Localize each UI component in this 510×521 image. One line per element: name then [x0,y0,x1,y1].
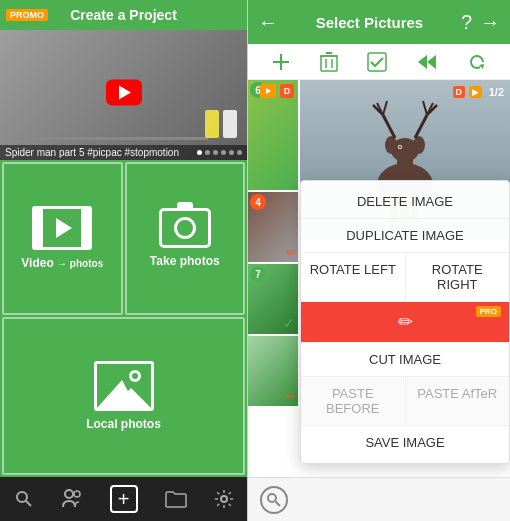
video-to-photos-option[interactable]: Video → photos [2,162,123,315]
promo-badge: PROMO [6,9,48,21]
camera-lens [174,217,196,239]
strip-item-4[interactable]: ✏ [248,336,298,406]
take-photos-option[interactable]: Take photos [125,162,246,315]
svg-point-20 [385,136,397,154]
cut-image-item[interactable]: CUT IMAGE [301,343,509,377]
context-menu: DELETE IMAGE DUPLICATE IMAGE ROTATE LEFT… [300,180,510,464]
play-button[interactable] [106,79,142,105]
sun-shape [129,370,141,382]
dot-4 [221,150,226,155]
d-badge: D [280,84,294,98]
local-photos-option[interactable]: Local photos [2,317,245,476]
search-footer-btn[interactable] [260,486,288,514]
dot-5 [229,150,234,155]
people-footer-icon[interactable] [61,489,83,509]
dot-1 [197,150,202,155]
rotate-row: ROTATE LEFT ROTATE RIGHT [301,253,509,302]
svg-point-0 [17,492,27,502]
badge-4: 4 [250,194,266,210]
edit-icon-2: ✏ [286,246,296,260]
svg-point-4 [221,496,227,502]
svg-line-25 [383,101,387,115]
table-element [10,137,208,140]
camera-icon [159,208,211,248]
right-panel: ← Select Pictures ? → 6 D [248,0,510,521]
d-icon: D [453,86,466,98]
play-badge [260,84,276,98]
svg-line-29 [423,101,427,115]
dot-2 [205,150,210,155]
rotate-right-item[interactable]: ROTATE RIGHT [406,253,510,301]
image-strip: 6 D 4 ✏ 7 ✓ ✏ [248,80,300,477]
svg-line-22 [383,115,395,138]
svg-marker-13 [427,55,436,69]
svg-marker-14 [418,55,427,69]
pro-badge: PRO [476,306,501,317]
paste-before-btn[interactable]: PASTE BEFORE [301,377,405,425]
paste-row: PASTE BEFORE PASTE AfTeR [301,377,509,426]
nav-left: ← [258,11,278,34]
left-panel: PROMO Create a Project Spider man part 5… [0,0,248,521]
main-image-icons: D ▶ [453,86,483,98]
svg-marker-16 [266,88,271,94]
add-toolbar-btn[interactable] [271,52,291,72]
rotate-left-item[interactable]: ROTATE LEFT [301,253,406,301]
pencil-item[interactable]: ✏ PRO [301,302,509,343]
question-icon[interactable]: ? [461,11,472,34]
back-icon[interactable]: ← [258,11,278,34]
lego-figure-1 [205,110,219,138]
svg-point-21 [413,136,425,154]
check-toolbar-btn[interactable] [367,52,387,72]
refresh-toolbar-btn[interactable] [467,52,487,72]
strip-item-3[interactable]: 7 ✓ [248,264,298,334]
strip-item-1[interactable]: 6 D [248,80,298,190]
edit-icon-4: ✏ [286,390,295,403]
badge-7: 7 [250,266,266,282]
right-header: ← Select Pictures ? → [248,0,510,44]
lego-figure-2 [223,110,237,138]
svg-point-2 [65,490,73,498]
page-indicator: 1/2 [489,86,504,98]
svg-line-36 [276,501,281,506]
forward-icon[interactable]: → [480,11,500,34]
rewind-toolbar-btn[interactable] [416,52,438,72]
check-icon-3: ✓ [283,315,295,331]
dot-3 [213,150,218,155]
save-image-item[interactable]: SAVE IMAGE [301,426,509,459]
right-footer [248,477,510,521]
svg-point-34 [399,146,401,148]
search-footer-icon[interactable] [14,489,34,509]
camera-option-label: Take photos [150,254,220,268]
svg-line-1 [26,501,31,506]
option-grid: Video → photos Take photos Local photos [0,160,247,477]
photo-icon [94,361,154,411]
header-actions: ? → [461,11,500,34]
svg-line-26 [415,115,427,138]
svg-point-35 [268,494,276,502]
settings-footer-icon[interactable] [214,489,234,509]
content-area: 6 D 4 ✏ 7 ✓ ✏ [248,80,510,477]
delete-image-item[interactable]: DELETE IMAGE [301,185,509,219]
delete-toolbar-btn[interactable] [320,52,338,72]
folder-footer-icon[interactable] [165,490,187,508]
left-title: Create a Project [70,7,177,23]
toolbar [248,44,510,80]
dot-6 [237,150,242,155]
video-preview[interactable]: Spider man part 5 #picpac #stopmotion [0,30,247,160]
pencil-icon: ✏ [398,311,413,333]
add-footer-icon[interactable]: + [110,485,138,513]
video-caption: Spider man part 5 #picpac #stopmotion [0,145,247,160]
left-footer: + [0,477,247,521]
carousel-dots [197,150,242,155]
left-header: PROMO Create a Project [0,0,247,30]
film-icon [32,206,92,250]
svg-point-3 [74,491,80,497]
right-title: Select Pictures [278,14,461,31]
strip-item-2[interactable]: 4 ✏ [248,192,298,262]
svg-rect-12 [368,53,386,71]
video-icon: ▶ [469,86,482,98]
video-option-label: Video → photos [21,256,103,270]
duplicate-image-item[interactable]: DUPLICATE IMAGE [301,219,509,253]
film-play-icon [56,218,72,238]
paste-after-btn[interactable]: PASTE AfTeR [405,377,510,425]
